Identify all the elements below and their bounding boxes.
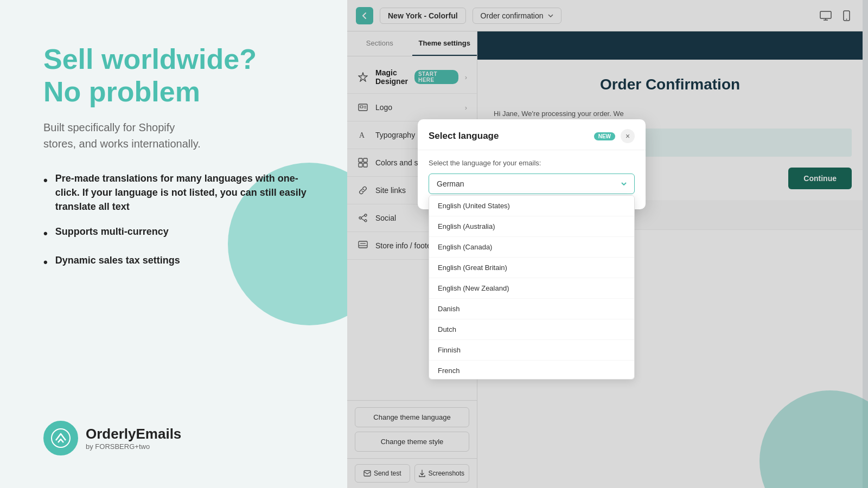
brand-svg-icon	[51, 428, 71, 448]
language-option-dutch[interactable]: Dutch	[429, 319, 634, 340]
headline: Sell worldwide?No problem	[43, 43, 315, 108]
bullet-item-2: Supports multi-currency	[43, 224, 315, 242]
language-option-english-nz[interactable]: English (New Zealand)	[429, 278, 634, 299]
language-option-english-ca[interactable]: English (Canada)	[429, 237, 634, 258]
language-select-wrapper: German English (United States) English (…	[429, 174, 635, 194]
language-option-english-au[interactable]: English (Australia)	[429, 216, 634, 237]
left-panel: Sell worldwide?No problem Built specific…	[0, 0, 347, 488]
dialog-description: Select the language for your emails:	[429, 159, 635, 167]
select-language-dialog: Select language NEW × Select the languag…	[418, 119, 646, 209]
dialog-body: Select the language for your emails: Ger…	[418, 150, 646, 209]
subheadline: Built specifically for Shopifystores, an…	[43, 119, 315, 152]
brand-logo: OrderlyEmails by FORSBERG+two	[43, 421, 315, 455]
brand-name: OrderlyEmails	[86, 426, 181, 442]
new-badge: NEW	[594, 132, 615, 140]
language-option-french[interactable]: French	[429, 361, 634, 380]
selected-language-label: German	[437, 179, 464, 188]
dialog-title: Select language	[429, 131, 589, 142]
svg-point-0	[52, 429, 70, 447]
language-option-danish[interactable]: Danish	[429, 299, 634, 319]
right-panel: New York - Colorful Order confirmation	[347, 0, 868, 488]
brand-sub: by FORSBERG+two	[86, 442, 181, 451]
bullet-item-1: Pre-made translations for many languages…	[43, 171, 315, 214]
dialog-overlay: Select language NEW × Select the languag…	[347, 0, 868, 488]
language-option-finnish[interactable]: Finnish	[429, 340, 634, 361]
language-dropdown-list[interactable]: English (United States) English (Austral…	[429, 195, 635, 380]
dialog-header: Select language NEW ×	[418, 119, 646, 150]
bullet-list: Pre-made translations for many languages…	[43, 171, 315, 282]
language-option-english-gb[interactable]: English (Great Britain)	[429, 258, 634, 278]
brand-icon	[43, 421, 78, 455]
language-select-chevron-icon	[621, 182, 627, 185]
bullet-item-3: Dynamic sales tax settings	[43, 253, 315, 271]
language-option-english-us[interactable]: English (United States)	[429, 196, 634, 216]
brand-text: OrderlyEmails by FORSBERG+two	[86, 426, 181, 451]
language-select-display[interactable]: German	[429, 174, 635, 194]
dialog-close-button[interactable]: ×	[621, 129, 635, 143]
